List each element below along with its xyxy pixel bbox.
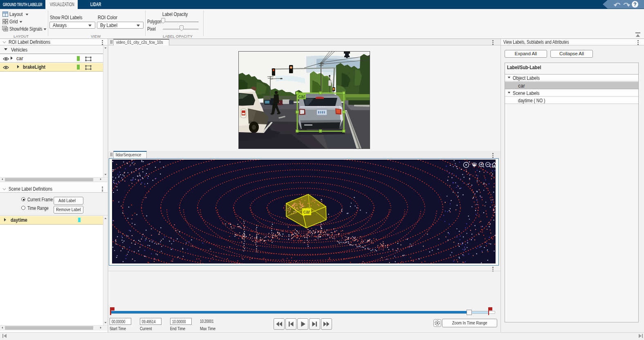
- svg-text:car: car: [303, 209, 310, 215]
- svg-text:car: car: [298, 94, 305, 99]
- svg-text:?: ?: [633, 2, 636, 7]
